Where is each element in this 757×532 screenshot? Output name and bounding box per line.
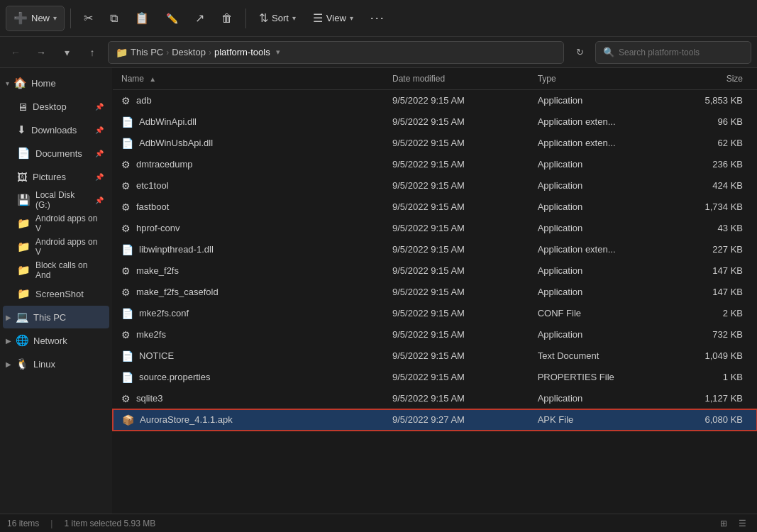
table-row[interactable]: 📄mke2fs.conf9/5/2022 9:15 AMCONF File2 K… [113,303,757,324]
sidebar-network-label: Network [33,336,67,346]
search-box[interactable]: 🔍 [595,41,751,64]
network-chevron-icon: ▶ [6,337,11,345]
table-row[interactable]: ⚙dmtracedump9/5/2022 9:15 AMApplication2… [113,154,757,175]
cut-button[interactable]: ✂ [77,6,100,31]
up-button[interactable]: ↑ [82,43,102,62]
file-name-cell: ⚙sqlite3 [113,388,384,409]
sort-arrow-icon: ▲ [149,75,156,83]
sidebar-thispc-label: This PC [33,312,66,323]
sidebar-android2-label: Android apps on V [35,237,104,257]
downloads-icon: ⬇ [17,123,26,136]
sidebar-item-pictures[interactable]: 🖼 Pictures 📌 [9,165,109,188]
table-row[interactable]: 📄AdbWinApi.dll9/5/2022 9:15 AMApplicatio… [113,111,757,133]
col-header-size[interactable]: Size [674,68,757,90]
table-row[interactable]: ⚙mke2fs9/5/2022 9:15 AMApplication732 KB [113,324,757,345]
file-date: 9/5/2022 9:15 AM [384,388,529,409]
table-row[interactable]: ⚙make_f2fs9/5/2022 9:15 AMApplication147… [113,260,757,282]
file-size: 1 KB [674,367,757,388]
file-size: 424 KB [674,175,757,196]
file-name: AdbWinApi.dll [139,116,197,127]
documents-icon: 📄 [17,147,31,160]
file-icon: ⚙ [121,223,131,234]
sidebar-item-desktop[interactable]: 🖥 Desktop 📌 [9,95,109,118]
table-row[interactable]: ⚙fastboot9/5/2022 9:15 AMApplication1,73… [113,196,757,218]
file-date: 9/5/2022 9:15 AM [384,345,529,367]
table-row[interactable]: 📄AdbWinUsbApi.dll9/5/2022 9:15 AMApplica… [113,133,757,154]
file-icon: ⚙ [121,159,131,170]
rename-icon: ✏️ [166,13,178,24]
sidebar-item-documents[interactable]: 📄 Documents 📌 [9,142,109,165]
file-name: etc1tool [136,180,169,191]
search-input[interactable] [619,48,744,57]
file-date: 9/5/2022 9:15 AM [384,154,529,175]
sidebar-item-screenshot[interactable]: 📁 ScreenShot [9,282,109,305]
col-header-name[interactable]: Name ▲ [113,68,384,90]
file-name-cell: ⚙adb [113,90,384,111]
new-button[interactable]: ➕ New ▾ [6,6,65,31]
file-name-cell: 📄AdbWinApi.dll [113,111,384,133]
list-view-button[interactable]: ☰ [734,516,750,531]
col-header-date[interactable]: Date modified [384,68,529,90]
separator [70,9,71,28]
file-name-cell: 📄NOTICE [113,345,384,367]
share-button[interactable]: ↗ [188,6,211,31]
table-row[interactable]: 📄source.properties9/5/2022 9:15 AMPROPER… [113,367,757,388]
file-type: CONF File [529,303,675,324]
sidebar-localdisk-label: Local Disk (G:) [35,190,90,210]
sidebar-section-home[interactable]: ▾ 🏠 Home [3,72,109,94]
breadcrumb[interactable]: 📁 This PC › Desktop › platform-tools ▾ [108,41,564,64]
view-button[interactable]: ☰ View ▾ [306,6,360,31]
sidebar-home-label: Home [31,78,56,89]
paste-button[interactable]: 📋 [128,6,156,31]
file-type: Application [529,175,675,196]
refresh-button[interactable]: ↻ [570,43,590,62]
folder-icon: 📁 [116,47,128,58]
sidebar-section-linux[interactable]: ▶ 🐧 Linux [3,353,109,375]
file-name-cell: ⚙hprof-conv [113,218,384,239]
linux-chevron-icon: ▶ [6,360,11,368]
screenshot-icon: 📁 [17,287,31,300]
sidebar-linux-label: Linux [33,359,55,370]
delete-button[interactable]: 🗑 [214,6,240,31]
table-row[interactable]: 📄NOTICE9/5/2022 9:15 AMText Document1,04… [113,345,757,367]
table-row[interactable]: ⚙hprof-conv9/5/2022 9:15 AMApplication43… [113,218,757,239]
file-type: Application [529,154,675,175]
localdisk-icon: 💾 [17,194,31,206]
table-row[interactable]: ⚙make_f2fs_casefold9/5/2022 9:15 AMAppli… [113,282,757,303]
table-row[interactable]: ⚙sqlite39/5/2022 9:15 AMApplication1,127… [113,388,757,409]
copy-button[interactable]: ⧉ [103,6,125,31]
file-date: 9/5/2022 9:15 AM [384,218,529,239]
file-type: Application exten... [529,239,675,260]
recent-button[interactable]: ▾ [57,43,77,62]
table-row[interactable]: ⚙adb9/5/2022 9:15 AMApplication5,853 KB [113,90,757,111]
back-button[interactable]: ← [6,43,26,62]
grid-view-button[interactable]: ⊞ [716,516,731,531]
status-separator: | [50,519,53,528]
file-type: Text Document [529,345,675,367]
file-name: mke2fs.conf [139,308,189,318]
more-button[interactable]: ··· [363,6,392,31]
file-name: fastboot [136,201,169,212]
table-row[interactable]: ⚙etc1tool9/5/2022 9:15 AMApplication424 … [113,175,757,196]
sidebar-item-android1[interactable]: 📁 Android apps on V [9,212,109,235]
file-type: Application [529,218,675,239]
rename-button[interactable]: ✏️ [159,6,185,31]
sidebar-item-blockcalls[interactable]: 📁 Block calls on And [9,259,109,282]
file-name-cell: 📄source.properties [113,367,384,388]
file-icon: ⚙ [121,180,131,192]
file-size: 96 KB [674,111,757,133]
sidebar-android1-label: Android apps on V [35,214,104,233]
delete-icon: 🗑 [221,12,233,25]
col-header-type[interactable]: Type [529,68,675,90]
forward-button[interactable]: → [31,43,51,62]
breadcrumb-desktop: Desktop [172,47,206,57]
file-date: 9/5/2022 9:15 AM [384,282,529,303]
sidebar-section-network[interactable]: ▶ 🌐 Network [3,329,109,352]
table-row[interactable]: 📄libwinpthread-1.dll9/5/2022 9:15 AMAppl… [113,239,757,260]
sidebar-item-android2[interactable]: 📁 Android apps on V [9,235,109,258]
sort-button[interactable]: ⇅ Sort ▾ [252,6,303,31]
table-row[interactable]: 📦AuroraStore_4.1.1.apk9/5/2022 9:27 AMAP… [113,409,757,431]
sidebar-item-localdisk[interactable]: 💾 Local Disk (G:) 📌 [9,189,109,211]
sidebar-item-downloads[interactable]: ⬇ Downloads 📌 [9,118,109,141]
sidebar-section-thispc[interactable]: ▶ 💻 This PC [3,306,109,328]
